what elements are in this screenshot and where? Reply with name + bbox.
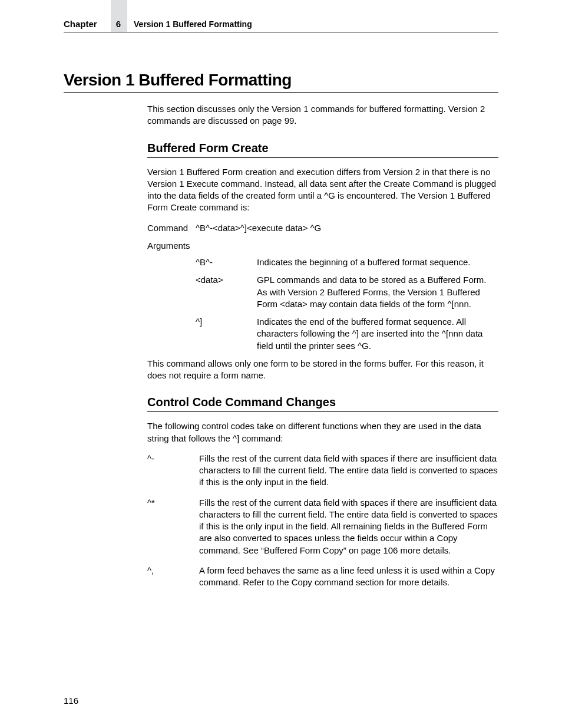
argument-term: ^] (196, 316, 257, 352)
control-code-term: ^* (147, 497, 199, 556)
chapter-title: Version 1 Buffered Formatting (134, 19, 252, 29)
argument-desc: GPL commands and data to be stored as a … (257, 274, 498, 310)
argument-row: <data> GPL commands and data to be store… (196, 274, 498, 310)
title-rule (64, 92, 498, 93)
section2-para: The following control codes take on diff… (147, 420, 498, 444)
control-code-desc: A form feed behaves the same as a line f… (199, 565, 498, 589)
argument-desc: Indicates the beginning of a buffered fo… (257, 256, 498, 268)
page-title: Version 1 Buffered Formatting (64, 71, 498, 90)
section-rule (147, 411, 498, 412)
section-rule (147, 157, 498, 158)
control-code-list: ^- Fills the rest of the current data fi… (147, 453, 498, 589)
control-code-row: ^, A form feed behaves the same as a lin… (147, 565, 498, 589)
chapter-word: Chapter (64, 19, 97, 29)
control-code-desc: Fills the rest of the current data field… (199, 453, 498, 489)
header-rule (64, 32, 498, 32)
command-row: Command ^B^-<data>^]<execute data> ^G (147, 222, 498, 234)
control-code-row: ^- Fills the rest of the current data fi… (147, 453, 498, 489)
chapter-number: 6 (116, 19, 121, 29)
page-header: Chapter 6 Version 1 Buffered Formatting (64, 19, 498, 29)
arguments-list: ^B^- Indicates the beginning of a buffer… (196, 256, 498, 352)
section-heading-control-code: Control Code Command Changes (147, 394, 498, 410)
intro-para: This section discusses only the Version … (147, 103, 498, 127)
section1-note: This command allows only one form to be … (147, 358, 498, 382)
page-number: 116 (64, 696, 78, 706)
control-code-term: ^, (147, 565, 199, 589)
section-heading-buffered-form-create: Buffered Form Create (147, 140, 498, 156)
argument-row: ^] Indicates the end of the buffered for… (196, 316, 498, 352)
arguments-label: Arguments (147, 240, 498, 252)
argument-desc: Indicates the end of the buffered format… (257, 316, 498, 352)
control-code-row: ^* Fills the rest of the current data fi… (147, 497, 498, 556)
section1-para: Version 1 Buffered Form creation and exe… (147, 166, 498, 214)
command-label: Command (147, 222, 196, 234)
control-code-desc: Fills the rest of the current data field… (199, 497, 498, 556)
argument-term: <data> (196, 274, 257, 310)
argument-row: ^B^- Indicates the beginning of a buffer… (196, 256, 498, 268)
argument-term: ^B^- (196, 256, 257, 268)
command-value: ^B^-<data>^]<execute data> ^G (196, 222, 321, 234)
control-code-term: ^- (147, 453, 199, 489)
